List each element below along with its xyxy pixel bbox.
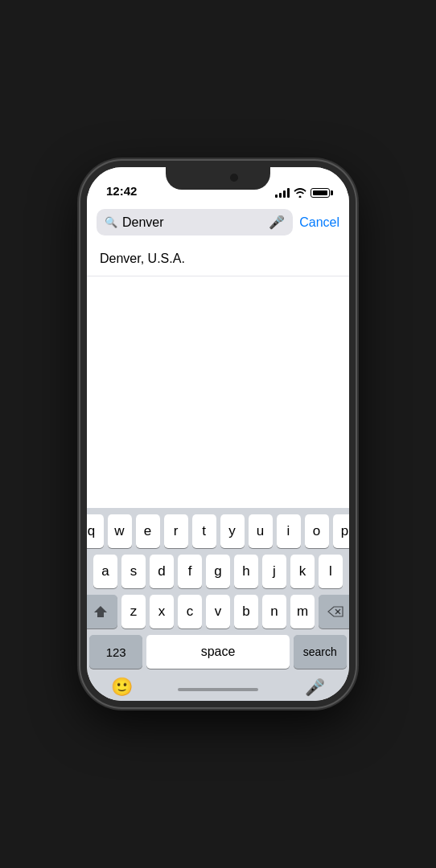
mic-bottom-icon[interactable]: 🎤 (305, 678, 325, 697)
search-icon: 🔍 (105, 216, 117, 228)
key-y[interactable]: y (220, 514, 245, 548)
key-g[interactable]: g (206, 555, 230, 588)
search-area: 🔍 Denver 🎤 Cancel (87, 203, 349, 242)
key-z[interactable]: z (121, 595, 146, 628)
key-d[interactable]: d (150, 555, 174, 588)
key-n[interactable]: n (262, 595, 286, 628)
signal-bar-3 (283, 190, 286, 198)
key-h[interactable]: h (234, 555, 258, 588)
key-k[interactable]: k (290, 555, 315, 588)
result-item[interactable]: Denver, U.S.A. (87, 242, 349, 276)
signal-icon (275, 188, 290, 198)
delete-key[interactable] (319, 595, 349, 628)
key-c[interactable]: c (178, 595, 202, 628)
key-l[interactable]: l (319, 555, 343, 588)
status-bar: 12:42 (87, 167, 349, 203)
key-i[interactable]: i (277, 514, 301, 548)
search-key[interactable]: search (294, 635, 347, 669)
key-p[interactable]: p (333, 514, 350, 548)
key-w[interactable]: w (108, 514, 132, 548)
key-v[interactable]: v (206, 595, 230, 628)
search-input[interactable]: Denver (122, 215, 264, 230)
key-r[interactable]: r (164, 514, 188, 548)
notch-sensor (230, 174, 238, 182)
key-b[interactable]: b (234, 595, 258, 628)
key-s[interactable]: s (121, 555, 146, 588)
signal-bar-2 (279, 193, 282, 198)
key-m[interactable]: m (290, 595, 315, 628)
cancel-button[interactable]: Cancel (299, 215, 339, 230)
key-o[interactable]: o (305, 514, 329, 548)
home-indicator[interactable] (178, 688, 258, 691)
keyboard: q w e r t y u i o p a s d f g h j k (87, 508, 349, 674)
key-q[interactable]: q (87, 514, 104, 548)
notch (166, 167, 270, 190)
wifi-icon (294, 188, 306, 198)
key-a[interactable]: a (93, 555, 117, 588)
key-u[interactable]: u (249, 514, 273, 548)
keyboard-row-1: q w e r t y u i o p (89, 514, 347, 548)
key-e[interactable]: e (136, 514, 160, 548)
emoji-icon[interactable]: 🙂 (111, 677, 133, 698)
results-area: Denver, U.S.A. (87, 242, 349, 508)
search-bar[interactable]: 🔍 Denver 🎤 (97, 209, 293, 235)
keyboard-row-3: z x c v b n m (89, 595, 347, 628)
screen: 12:42 (87, 167, 349, 701)
microphone-icon[interactable]: 🎤 (269, 215, 285, 230)
status-time: 12:42 (106, 184, 137, 198)
keyboard-row-4: 123 space search (89, 635, 347, 669)
bottom-bar: 🙂 🎤 (87, 674, 349, 701)
space-key[interactable]: space (146, 635, 289, 669)
key-t[interactable]: t (192, 514, 216, 548)
key-x[interactable]: x (150, 595, 174, 628)
signal-bar-4 (287, 188, 290, 198)
phone-shell: 12:42 (80, 161, 356, 707)
key-f[interactable]: f (178, 555, 202, 588)
numbers-key[interactable]: 123 (89, 635, 142, 669)
signal-bar-1 (275, 194, 278, 198)
shift-key[interactable] (87, 595, 117, 628)
battery-icon (311, 188, 330, 198)
key-j[interactable]: j (262, 555, 286, 588)
keyboard-row-2: a s d f g h j k l (89, 555, 347, 588)
status-icons (275, 188, 330, 198)
